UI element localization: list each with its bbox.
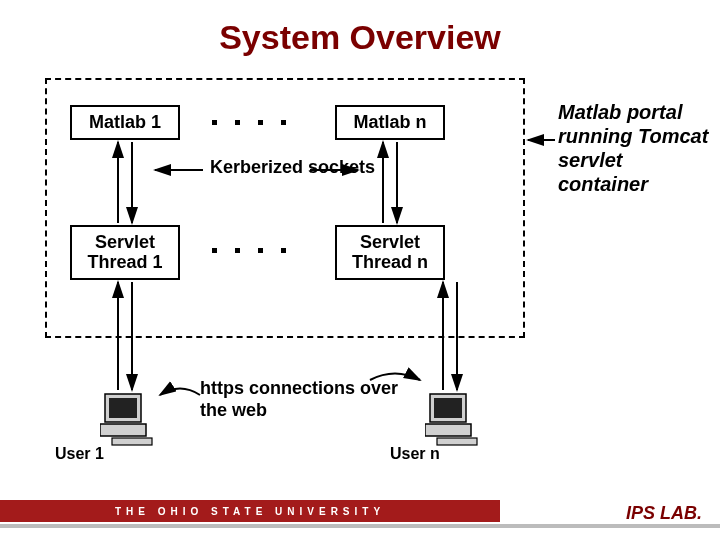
ellipsis-matlab [212,120,286,125]
svg-rect-7 [437,438,477,445]
footer-lab: IPS LAB. [626,503,702,524]
svg-rect-1 [109,398,137,418]
svg-rect-2 [100,424,146,436]
ellipsis-servlet [212,248,286,253]
svg-rect-3 [112,438,152,445]
label-user-n: User n [390,445,440,463]
footer-stripe [0,524,720,528]
footer-university: THE OHIO STATE UNIVERSITY [0,500,500,522]
label-user-1: User 1 [55,445,104,463]
computer-icon-user-1 [100,392,160,447]
annotation-portal: Matlab portal running Tomcat servlet con… [558,100,718,196]
label-kerberized-sockets: Kerberized sockets [210,157,375,179]
svg-rect-6 [425,424,471,436]
box-matlab-n: Matlab n [335,105,445,140]
computer-icon-user-n [425,392,485,447]
svg-rect-5 [434,398,462,418]
box-servlet-n: Servlet Thread n [335,225,445,280]
page-title: System Overview [0,18,720,57]
box-servlet-1: Servlet Thread 1 [70,225,180,280]
box-matlab-1: Matlab 1 [70,105,180,140]
label-https: https connections over the web [200,378,400,421]
footer: THE OHIO STATE UNIVERSITY IPS LAB. [0,500,720,540]
